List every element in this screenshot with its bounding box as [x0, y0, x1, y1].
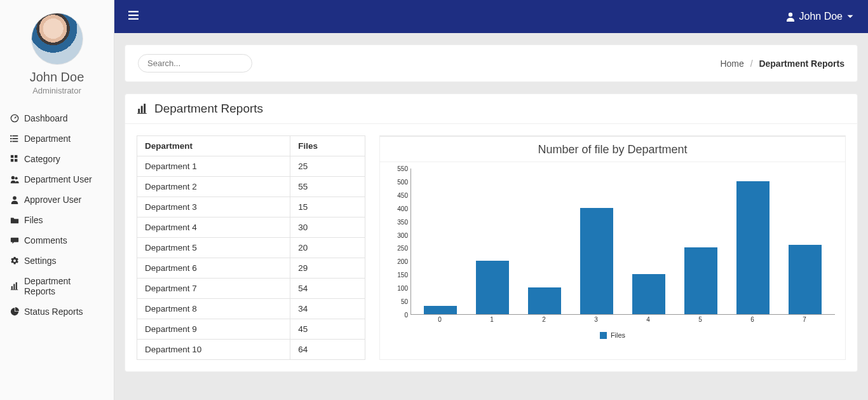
sidebar-nav: DashboardDepartmentCategoryDepartment Us…	[0, 108, 114, 322]
cell-files: 55	[290, 177, 365, 197]
sidebar-item-label: Dashboard	[24, 113, 68, 123]
chart-card: Number of file by Department 01234567 05…	[379, 135, 846, 360]
comment-icon	[10, 236, 19, 245]
chart-bar	[789, 245, 822, 314]
cell-department: Department 5	[137, 238, 290, 258]
sidebar-item-settings[interactable]: Settings	[0, 251, 114, 271]
sidebar-item-label: Approver User	[24, 195, 81, 205]
main-area: John Doe Home / Department Reports Depar…	[114, 0, 868, 400]
sidebar-item-dashboard[interactable]: Dashboard	[0, 108, 114, 128]
chart-bar	[580, 208, 613, 314]
sidebar-item-files[interactable]: Files	[0, 210, 114, 230]
topbar-user-name: John Doe	[799, 11, 843, 22]
chart-bar	[632, 274, 665, 314]
menu-toggle-button[interactable]	[128, 10, 139, 23]
search-input[interactable]	[147, 59, 254, 68]
chart-x-tick: 3	[580, 316, 613, 328]
cell-department: Department 3	[137, 197, 290, 217]
breadcrumb-current: Department Reports	[759, 59, 844, 69]
chart-bar	[528, 287, 561, 314]
chart-x-tick: 7	[788, 316, 821, 328]
panel-title: Department Reports	[154, 102, 263, 116]
sidebar-item-department[interactable]: Department	[0, 128, 114, 149]
chart-x-tick: 2	[527, 316, 560, 328]
search-box[interactable]	[138, 54, 252, 72]
chart-y-tick: 350	[391, 218, 408, 225]
sidebar-item-label: Settings	[24, 256, 57, 266]
user-icon	[10, 195, 19, 204]
cell-files: 15	[290, 197, 365, 217]
cell-department: Department 9	[137, 319, 290, 340]
chart-title: Number of file by Department	[380, 137, 845, 162]
chart-legend: Files	[390, 331, 835, 339]
avatar	[31, 13, 83, 65]
sidebar-item-label: Status Reports	[24, 307, 83, 317]
topbar-user-menu[interactable]: John Doe	[785, 11, 855, 22]
cell-files: 29	[290, 258, 365, 279]
sidebar-item-department-reports[interactable]: Department Reports	[0, 271, 114, 301]
gear-icon	[10, 256, 19, 265]
chart-x-tick: 6	[736, 316, 769, 328]
pie-chart-icon	[10, 307, 19, 316]
cell-department: Department 8	[137, 299, 290, 319]
cell-department: Department 2	[137, 177, 290, 197]
sidebar-item-label: Department Reports	[24, 276, 104, 296]
sidebar-item-label: Comments	[24, 235, 67, 245]
cell-files: 45	[290, 319, 365, 340]
cell-department: Department 4	[137, 217, 290, 238]
sidebar: John Doe Administrator DashboardDepartme…	[0, 0, 114, 400]
toolbar: Home / Department Reports	[125, 45, 858, 82]
chart-bar	[476, 261, 509, 314]
table-row: Department 520	[137, 238, 365, 258]
cell-department: Department 10	[137, 340, 290, 360]
cell-files: 34	[290, 299, 365, 319]
dashboard-icon	[10, 114, 19, 123]
breadcrumb: Home / Department Reports	[720, 59, 844, 69]
table-header: Department	[137, 136, 290, 156]
users-icon	[10, 175, 19, 184]
department-table: DepartmentFiles Department 125Department…	[137, 135, 365, 360]
sidebar-user-block: John Doe Administrator	[0, 9, 114, 108]
cell-department: Department 6	[137, 258, 290, 279]
chart-bar	[424, 306, 457, 314]
panel-department-reports: Department Reports DepartmentFiles Depar…	[125, 93, 858, 372]
chart-x-tick: 0	[423, 316, 456, 328]
cell-files: 20	[290, 238, 365, 258]
bars-icon	[128, 10, 139, 20]
sidebar-item-category[interactable]: Category	[0, 149, 114, 169]
chart-bar	[684, 247, 717, 314]
breadcrumb-home-link[interactable]: Home	[720, 59, 743, 69]
chart-x-tick: 1	[475, 316, 508, 328]
sidebar-item-label: Category	[24, 154, 60, 164]
cell-files: 25	[290, 156, 365, 177]
table-row: Department 1064	[137, 340, 365, 360]
cell-department: Department 7	[137, 279, 290, 299]
table-row: Department 834	[137, 299, 365, 319]
chart-y-tick: 500	[391, 178, 408, 185]
sidebar-item-approver-user[interactable]: Approver User	[0, 190, 114, 210]
chart-y-tick: 550	[391, 165, 408, 172]
cell-files: 30	[290, 217, 365, 238]
chart-bar	[736, 181, 770, 314]
table-row: Department 255	[137, 177, 365, 197]
sidebar-item-comments[interactable]: Comments	[0, 230, 114, 251]
sidebar-item-label: Department	[24, 134, 71, 144]
legend-swatch-icon	[600, 332, 607, 339]
table-row: Department 315	[137, 197, 365, 217]
chart-plot-area	[410, 169, 835, 315]
caret-down-icon	[846, 13, 854, 20]
table-row: Department 754	[137, 279, 365, 299]
bar-chart-icon	[137, 103, 148, 114]
cell-files: 54	[290, 279, 365, 299]
sidebar-item-department-user[interactable]: Department User	[0, 169, 114, 190]
grid-icon	[10, 155, 19, 163]
chart-x-tick: 4	[632, 316, 665, 328]
chart-y-tick: 150	[391, 272, 408, 279]
cell-files: 64	[290, 340, 365, 360]
sidebar-item-label: Department User	[24, 174, 92, 184]
folder-icon	[10, 216, 19, 224]
breadcrumb-separator-icon: /	[750, 59, 753, 69]
sidebar-item-status-reports[interactable]: Status Reports	[0, 301, 114, 322]
list-icon	[10, 134, 19, 143]
chart-y-tick: 0	[391, 312, 408, 319]
